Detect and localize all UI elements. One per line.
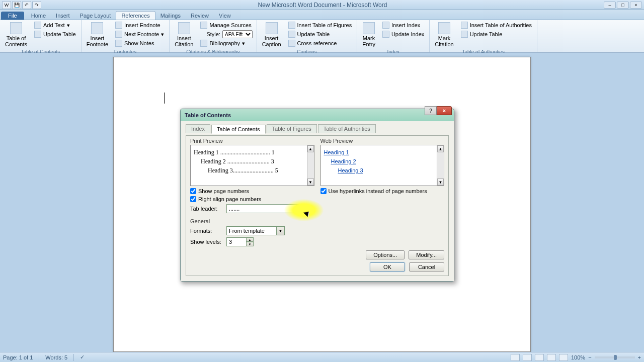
maximize-button[interactable]: □ — [617, 2, 629, 9]
insert-footnote-button[interactable]: Insert Footnote — [85, 21, 110, 48]
group-index: Mark Entry Insert Index Update Index Ind… — [357, 20, 430, 52]
undo-icon[interactable]: ↶ — [22, 1, 31, 9]
update-icon — [34, 31, 41, 38]
tab-view[interactable]: View — [214, 12, 236, 20]
footnote-icon — [91, 22, 103, 34]
view-outline-button[interactable] — [547, 354, 556, 361]
spinner-up-icon[interactable]: ▲ — [247, 237, 254, 242]
options-button[interactable]: Options... — [366, 250, 405, 259]
print-preview-scrollbar[interactable]: ▲ ▼ — [307, 145, 314, 186]
mark-entry-button[interactable]: Mark Entry — [360, 21, 377, 48]
update-table-button[interactable]: Update Table — [32, 30, 78, 38]
toc-icon — [10, 22, 22, 34]
zoom-out-button[interactable]: − — [588, 354, 591, 360]
show-page-numbers-checkbox[interactable] — [190, 188, 196, 194]
dialog-close-button[interactable]: × — [437, 106, 452, 115]
right-align-checkbox[interactable] — [190, 196, 196, 202]
formats-label: Formats: — [190, 228, 223, 234]
formats-combo[interactable]: ▼ — [226, 226, 285, 235]
update-index-button[interactable]: Update Index — [380, 30, 426, 38]
status-bar: Page: 1 of 1 Words: 5 ✓ 100% − + — [0, 352, 644, 362]
group-captions: Insert Caption Insert Table of Figures U… — [257, 20, 358, 52]
scroll-down-icon[interactable]: ▼ — [437, 178, 444, 186]
tab-insert[interactable]: Insert — [51, 12, 75, 20]
print-preview-label: Print Preview — [190, 138, 314, 144]
tab-references[interactable]: References — [116, 11, 155, 20]
tab-mailings[interactable]: Mailings — [155, 12, 186, 20]
next-footnote-button[interactable]: Next Footnote ▾ — [113, 30, 166, 38]
citation-style-combo[interactable]: Style:APA Fift — [198, 30, 253, 38]
tab-leader-input[interactable] — [226, 204, 297, 213]
group-authorities: Mark Citation Insert Table of Authoritie… — [430, 20, 537, 52]
show-levels-spinner[interactable]: ▲ ▼ — [226, 237, 254, 246]
dialog-help-button[interactable]: ? — [425, 106, 437, 115]
tab-home[interactable]: Home — [26, 12, 51, 20]
close-button[interactable]: × — [630, 2, 642, 9]
ok-button[interactable]: OK — [370, 262, 405, 272]
preview-heading-2: Heading 2 ............................ 3 — [201, 158, 311, 165]
insert-authorities-button[interactable]: Insert Table of Authorities — [459, 21, 534, 29]
status-page[interactable]: Page: 1 of 1 — [3, 354, 33, 360]
dialog-panel: Print Preview Heading 1 ................… — [186, 135, 449, 276]
show-levels-input[interactable] — [226, 237, 247, 246]
zoom-slider[interactable] — [595, 356, 635, 358]
cancel-button[interactable]: Cancel — [409, 262, 444, 272]
dialog-tab-toc[interactable]: Table of Contents — [211, 125, 266, 134]
status-words[interactable]: Words: 5 — [45, 354, 67, 360]
minimize-button[interactable]: – — [604, 2, 616, 9]
scroll-up-icon[interactable]: ▲ — [307, 145, 314, 152]
formats-input[interactable] — [226, 226, 277, 235]
web-preview-label: Web Preview — [320, 138, 445, 144]
mark-citation-button[interactable]: Mark Citation — [433, 21, 455, 48]
dialog-tab-figures[interactable]: Table of Figures — [267, 124, 317, 133]
redo-icon[interactable]: ↷ — [32, 1, 41, 9]
insert-caption-button[interactable]: Insert Caption — [260, 21, 283, 48]
view-draft-button[interactable] — [559, 354, 568, 361]
cross-reference-button[interactable]: Cross-reference — [286, 39, 354, 47]
use-hyperlinks-checkbox[interactable] — [320, 188, 327, 194]
dialog-title: Table of Contents — [185, 112, 231, 118]
insert-index-button[interactable]: Insert Index — [380, 21, 426, 29]
update-authorities-button[interactable]: Update Table — [459, 30, 534, 38]
file-tab[interactable]: File — [1, 12, 24, 20]
tab-leader-combo[interactable]: ▼ — [226, 204, 305, 213]
tab-review[interactable]: Review — [186, 12, 214, 20]
view-full-screen-button[interactable] — [523, 354, 532, 361]
proofing-icon[interactable]: ✓ — [80, 354, 85, 360]
manage-sources-button[interactable]: Manage Sources — [198, 21, 253, 29]
show-notes-button[interactable]: Show Notes — [113, 39, 166, 47]
zoom-in-button[interactable]: + — [638, 354, 641, 360]
dialog-tab-index[interactable]: Index — [186, 124, 210, 133]
spinner-down-icon[interactable]: ▼ — [247, 242, 254, 246]
insert-table-figures-button[interactable]: Insert Table of Figures — [286, 21, 354, 29]
insert-endnote-button[interactable]: Insert Endnote — [113, 21, 166, 29]
tab-page-layout[interactable]: Page Layout — [75, 12, 116, 20]
view-web-layout-button[interactable] — [535, 354, 544, 361]
bibliography-button[interactable]: Bibliography ▾ — [198, 39, 253, 47]
group-citations: Insert Citation Manage Sources Style:APA… — [170, 20, 257, 52]
window-title: New Microsoft Word Document - Microsoft … — [41, 2, 604, 9]
table-of-contents-button[interactable]: Table of Contents — [3, 21, 29, 48]
insert-citation-button[interactable]: Insert Citation — [173, 21, 195, 48]
web-preview-scrollbar[interactable]: ▲ ▼ — [437, 145, 444, 186]
web-preview-box: Heading 1 Heading 2 Heading 3 ▲ ▼ — [320, 145, 445, 186]
word-icon[interactable]: W — [2, 1, 11, 9]
add-text-icon — [34, 22, 41, 29]
update-caption-table-button[interactable]: Update Table — [286, 30, 354, 38]
dialog-titlebar[interactable]: Table of Contents ? × — [181, 109, 454, 121]
print-preview-box: Heading 1 ..............................… — [190, 145, 314, 186]
dialog-tab-authorities[interactable]: Table of Authorities — [318, 124, 376, 133]
ribbon: Table of Contents Add Text ▾ Update Tabl… — [0, 20, 644, 53]
scroll-up-icon[interactable]: ▲ — [437, 145, 444, 152]
scroll-down-icon[interactable]: ▼ — [307, 178, 314, 186]
modify-button[interactable]: Modify... — [409, 250, 444, 259]
zoom-level[interactable]: 100% — [571, 354, 585, 360]
add-text-button[interactable]: Add Text ▾ — [32, 21, 78, 29]
tab-leader-dropdown-button[interactable]: ▼ — [297, 204, 305, 213]
view-print-layout-button[interactable] — [511, 354, 520, 361]
formats-dropdown-button[interactable]: ▼ — [277, 226, 285, 235]
save-icon[interactable]: 💾 — [12, 1, 21, 9]
mark-entry-icon — [363, 22, 375, 34]
mark-citation-icon — [438, 22, 450, 34]
caption-icon — [266, 22, 278, 34]
